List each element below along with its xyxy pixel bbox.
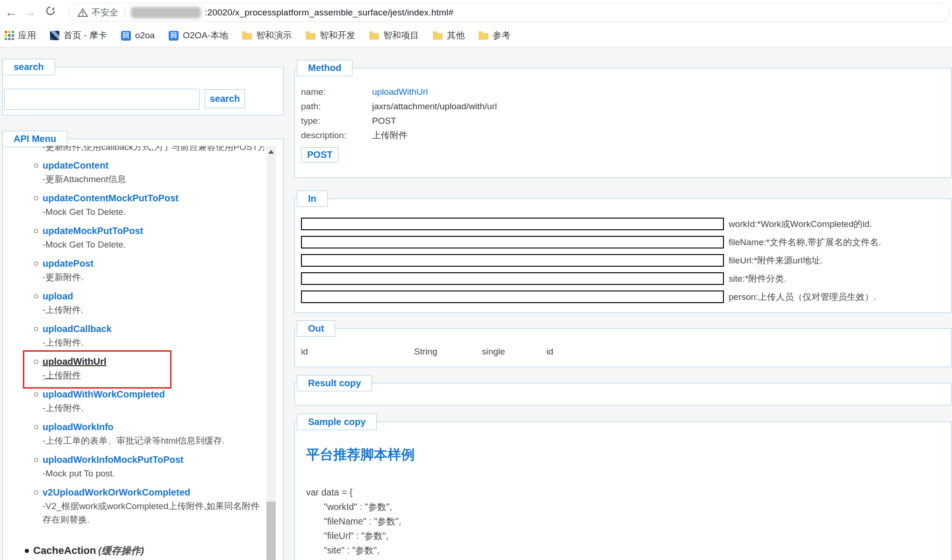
bookmark-item[interactable]: 应用 [5, 29, 36, 42]
method-row: path:jaxrs/attachment/upload/with/url [301, 99, 951, 113]
search-panel: search search [2, 67, 284, 115]
bookmark-item[interactable]: 参考 [479, 29, 510, 42]
address-bar[interactable]: 不安全 :20020/x_processplatform_assemble_su… [69, 3, 950, 22]
in-field-label: fileName:*文件名称,带扩展名的文件名. [729, 236, 881, 248]
api-menu-item-v2UploadWorkOrWorkCompleted: v2UploadWorkOrWorkCompleted-V2_根据work或wo… [4, 486, 264, 526]
api-link[interactable]: updateMockPutToPost [43, 224, 143, 238]
in-field-input[interactable] [301, 236, 724, 248]
folder-icon [242, 33, 252, 40]
out-row: idStringsingleid [295, 329, 951, 357]
reload-icon[interactable] [43, 5, 58, 20]
bookmark-item[interactable]: 其他 [433, 29, 465, 42]
redacted-host-blur [131, 7, 201, 18]
o2oa-icon: 回 [121, 31, 131, 41]
out-cell: id [301, 347, 414, 357]
sample-copy-panel: Sample copy 平台推荐脚本样例 var data = {"workId… [294, 422, 952, 560]
sample-heading: 平台推荐脚本样例 [306, 446, 415, 464]
api-description: -更新Attachment信息 [43, 172, 262, 186]
in-field-label: workId:*Work或WorkCompleted的id. [729, 218, 872, 230]
api-description: -Mock Get To Delete. [43, 238, 262, 251]
bookmark-item[interactable]: 首页 - 摩卡 [50, 29, 107, 42]
bookmark-label: 应用 [18, 29, 36, 42]
api-link[interactable]: upload [43, 290, 73, 303]
in-field-label: person:上传人员（仅对管理员生效）. [729, 291, 876, 303]
method-row-label: name: [301, 87, 372, 97]
scrollbar-up-icon[interactable] [266, 146, 276, 158]
browser-toolbar: ← → 不安全 :20020/x_processplatform_assembl… [0, 0, 952, 24]
bookmark-item[interactable]: 回 o2oa [121, 30, 155, 41]
bookmark-label: 参考 [493, 29, 510, 42]
address-separator [125, 7, 125, 18]
api-link[interactable]: v2UploadWorkOrWorkCompleted [43, 486, 190, 499]
back-icon[interactable]: ← [4, 5, 19, 20]
code-line: var data = { [306, 485, 401, 500]
method-row-value[interactable]: uploadWithUrl [372, 87, 428, 97]
folder-icon [433, 33, 443, 40]
api-menu-item-upload: upload-上传附件. [4, 290, 264, 317]
scrollbar-thumb[interactable] [266, 502, 276, 560]
bookmark-item[interactable]: 回 O2OA-本地 [169, 29, 228, 42]
clipped-description: -更新附件,使用callback方式,为了与前台兼容使用POST方法. [4, 146, 264, 154]
post-button[interactable]: POST [301, 147, 338, 163]
result-copy-panel: Result copy [294, 383, 952, 405]
in-legend: In [297, 191, 328, 207]
out-cell: String [414, 347, 482, 357]
warning-icon [78, 8, 88, 17]
folder-icon [369, 33, 379, 40]
api-link[interactable]: updateContent [43, 159, 108, 172]
bookmark-item[interactable]: 智和项目 [369, 29, 419, 42]
api-description: -Mock Get To Delete. [43, 205, 262, 219]
api-description: -V2_根据work或workCompleted上传附件,如果同名附件存在则替换… [43, 499, 262, 526]
api-menu-item-uploadWithUrl: uploadWithUrl-上传附件 [4, 355, 264, 382]
api-menu-item-uploadWorkInfo: uploadWorkInfo-上传工单的表单、审批记录等html信息到缓存. [4, 420, 264, 447]
forward-icon[interactable]: → [22, 5, 37, 20]
code-line: "fileUrl" : "参数", [306, 529, 401, 543]
api-menu-item-uploadCallback: uploadCallback-上传附件. [4, 322, 264, 349]
search-button[interactable]: search [205, 89, 245, 108]
favicon [50, 31, 59, 40]
search-panel-legend: search [2, 59, 55, 75]
method-row-label: path: [301, 101, 372, 112]
api-link[interactable]: updateContentMockPutToPost [43, 191, 179, 205]
sample-copy-legend: Sample copy [297, 414, 377, 430]
code-line: "fileName" : "参数", [306, 514, 401, 529]
scrollbar[interactable] [266, 146, 276, 560]
bookmark-label: o2oa [135, 30, 155, 41]
sample-code: var data = {"workId" : "参数","fileName" :… [306, 485, 401, 558]
api-menu-group-cacheaction[interactable]: CacheAction (缓存操作) [4, 544, 264, 557]
in-field-label: fileUrl:*附件来源url地址. [729, 255, 823, 267]
in-field-input[interactable] [301, 291, 724, 303]
api-link[interactable]: updatePost [43, 257, 93, 270]
api-link[interactable]: uploadWithUrl [43, 355, 106, 369]
folder-icon [306, 33, 315, 40]
in-field-input[interactable] [301, 272, 724, 285]
out-panel: Out idStringsingleid [294, 328, 952, 367]
api-menu-item-updateMockPutToPost: updateMockPutToPost-Mock Get To Delete. [4, 224, 264, 251]
out-cell: id [546, 347, 553, 357]
bookmark-item[interactable]: 智和演示 [242, 29, 292, 42]
group-name: CacheAction [33, 545, 96, 556]
in-field-input[interactable] [301, 254, 724, 267]
in-field-input[interactable] [301, 218, 724, 230]
group-suffix: (缓存操作) [98, 545, 144, 556]
method-legend: Method [297, 60, 352, 76]
api-link[interactable]: uploadWithWorkCompleted [43, 388, 165, 401]
out-cell: single [482, 347, 546, 357]
method-row: type:POST [301, 113, 951, 128]
search-input[interactable] [4, 89, 200, 110]
bookmark-item[interactable]: 智和开发 [306, 29, 355, 42]
api-description: -Mock put To post. [43, 467, 262, 480]
api-menu-item-uploadWorkInfoMockPutToPost: uploadWorkInfoMockPutToPost-Mock put To … [4, 453, 264, 480]
in-field-row: site:*附件分类. [301, 272, 951, 285]
api-description: -上传附件. [43, 336, 262, 349]
api-link[interactable]: uploadWorkInfo [43, 420, 114, 434]
api-link[interactable]: uploadWorkInfoMockPutToPost [43, 453, 183, 467]
apps-grid-icon [5, 31, 14, 40]
method-row-value: jaxrs/attachment/upload/with/url [372, 101, 497, 112]
folder-icon [479, 33, 488, 40]
code-line: "workId" : "参数", [306, 500, 401, 514]
api-description: -更新附件. [43, 270, 262, 284]
api-menu-item-updatePost: updatePost-更新附件. [4, 257, 264, 284]
api-link[interactable]: uploadCallback [43, 322, 112, 336]
api-menu-item-uploadWithWorkCompleted: uploadWithWorkCompleted-上传附件. [4, 388, 264, 415]
